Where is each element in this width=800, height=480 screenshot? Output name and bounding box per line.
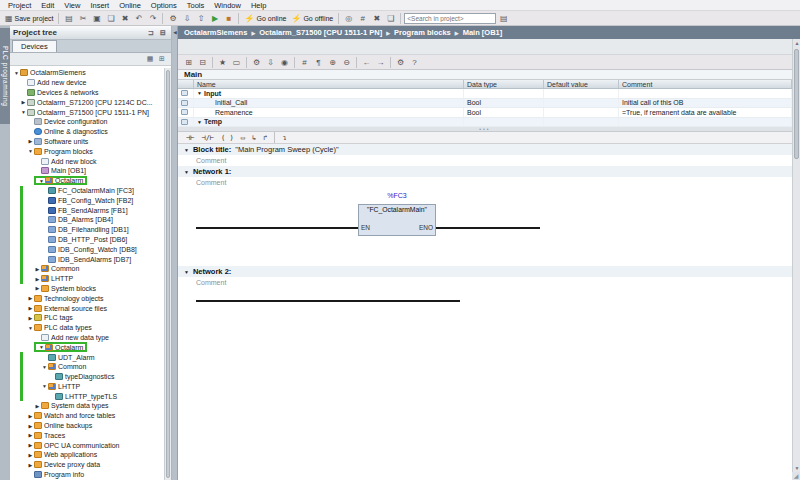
tree-item-add-new-data-type[interactable]: Add new data type xyxy=(10,333,171,343)
expander-icon[interactable]: ▼ xyxy=(13,70,20,76)
network-comments-icon[interactable]: ¶ xyxy=(312,56,325,68)
tab-devices[interactable]: Devices xyxy=(12,40,57,52)
block-title-row[interactable]: ▼ Block title: "Main Program Sweep (Cycl… xyxy=(178,144,792,155)
empty-box-icon[interactable]: ▭ xyxy=(239,134,247,142)
expander-icon[interactable]: ▼ xyxy=(41,383,48,389)
section-expander-icon[interactable]: ▼ xyxy=(197,90,202,96)
details-view-icon[interactable]: ▦ xyxy=(145,55,155,63)
coil-icon[interactable]: ( ) xyxy=(219,134,236,142)
search-input[interactable] xyxy=(404,13,496,24)
menu-project[interactable]: Project xyxy=(3,1,36,10)
tree-item-db-filehandling-db1[interactable]: DB_Filehandling [DB1] xyxy=(10,225,171,235)
expander-icon[interactable]: ▶ xyxy=(34,276,41,282)
tree-item-program-blocks[interactable]: ▼Program blocks xyxy=(10,146,171,156)
settings-icon[interactable]: ⚙ xyxy=(394,56,407,68)
expander-icon[interactable]: ▶ xyxy=(34,285,41,291)
tree-scrollbar[interactable] xyxy=(164,68,171,480)
split-window-button[interactable]: ❏ xyxy=(384,12,397,24)
tree-item-devices-networks[interactable]: Devices & networks xyxy=(10,88,171,98)
open-branch-icon[interactable]: ↳ xyxy=(250,134,258,142)
collapse-networks-icon[interactable]: ⊖ xyxy=(340,56,353,68)
compile-button[interactable]: ⚙ xyxy=(166,12,179,24)
expander-icon[interactable]: ▶ xyxy=(27,432,34,438)
tree-item-lhttp[interactable]: ▶LHTTP xyxy=(10,274,171,284)
insert-network-icon[interactable]: ⊞ xyxy=(182,56,195,68)
next-icon[interactable]: → xyxy=(374,56,387,68)
tree-item-idb-config-watch-db8[interactable]: IDB_Config_Watch [DB8] xyxy=(10,244,171,254)
download-block-icon[interactable]: ⇩ xyxy=(264,56,277,68)
online-diagnostics-button[interactable]: ◎ xyxy=(342,12,355,24)
expander-icon[interactable]: ▶ xyxy=(27,452,34,458)
assistant-button[interactable]: ▤ xyxy=(497,12,510,24)
network-1-header[interactable]: ▼ Network 1: xyxy=(178,166,792,177)
expander-icon[interactable]: ▶ xyxy=(27,423,34,429)
editor-scrollbar[interactable]: ▲ ▼ xyxy=(792,39,800,480)
block-comment[interactable]: Comment xyxy=(178,155,792,166)
expander-icon[interactable]: ▶ xyxy=(27,442,34,448)
network-2-comment[interactable]: Comment xyxy=(178,277,792,288)
absolute-operands-icon[interactable]: # xyxy=(298,56,311,68)
paste-button[interactable]: ❏ xyxy=(104,12,117,24)
tree-item-plc-tags[interactable]: ▶PLC tags xyxy=(10,313,171,323)
auto-collapse-icon[interactable]: ⊐ xyxy=(146,29,156,37)
tree-item-octalarmsiemens[interactable]: ▼OctalarmSiemens xyxy=(10,68,171,78)
network-1-comment[interactable]: Comment xyxy=(178,177,792,188)
remove-button[interactable]: ✖ xyxy=(370,12,383,24)
tree-item-common[interactable]: ▶Common xyxy=(10,264,171,274)
empty-box-tool-icon[interactable]: ▭ xyxy=(230,56,243,68)
network-2-expander-icon[interactable]: ▼ xyxy=(184,269,189,275)
tree-item-online-backups[interactable]: ▶Online backups xyxy=(10,421,171,431)
tree-item-system-data-types[interactable]: ▶System data types xyxy=(10,401,171,411)
tree-item-technology-objects[interactable]: ▶Technology objects xyxy=(10,293,171,303)
tree-item-system-blocks[interactable]: ▶System blocks xyxy=(10,284,171,294)
table-row-input[interactable]: ▼Input xyxy=(178,89,792,99)
print-button[interactable]: ▤ xyxy=(62,12,75,24)
tree-item-idb-sendalarms-db7[interactable]: IDB_SendAlarms [DB7] xyxy=(10,254,171,264)
tree-item-octalarm[interactable]: ▼Octalarm xyxy=(10,176,171,186)
expander-icon[interactable]: ▶ xyxy=(27,295,34,301)
delete-button[interactable]: ✖ xyxy=(118,12,131,24)
cut-button[interactable]: ✂ xyxy=(76,12,89,24)
delete-network-icon[interactable]: ⊟ xyxy=(196,56,209,68)
previous-icon[interactable]: ← xyxy=(360,56,373,68)
fc-call-block[interactable]: "FC_OctalarmMain" EN ENO xyxy=(358,204,436,236)
expander-icon[interactable]: ▶ xyxy=(27,305,34,311)
tree-item-fb-sendalarms-fb1[interactable]: FB_SendAlarms [FB1] xyxy=(10,205,171,215)
nc-contact-icon[interactable]: ⊣/⊢ xyxy=(199,134,216,142)
expander-icon[interactable]: ▼ xyxy=(27,325,34,331)
close-branch-icon[interactable]: ↱ xyxy=(261,134,269,142)
expander-icon[interactable]: ▼ xyxy=(38,344,45,350)
expander-icon[interactable]: ▶ xyxy=(27,138,34,144)
tree-item-fb-config-watch-fb2[interactable]: FB_Config_Watch [FB2] xyxy=(10,195,171,205)
expander-icon[interactable]: ▶ xyxy=(20,99,27,105)
compile-block-icon[interactable]: ⚙ xyxy=(250,56,263,68)
tree-item-plc-data-types[interactable]: ▼PLC data types xyxy=(10,323,171,333)
download-button[interactable]: ⇩ xyxy=(180,12,193,24)
menu-window[interactable]: Window xyxy=(209,1,246,10)
tree-item-lhttp-typetls[interactable]: LHTTP_typeTLS xyxy=(10,391,171,401)
table-row-remanence[interactable]: RemanenceBool=True, if remanent data are… xyxy=(178,108,792,118)
tree-item-online-diagnostics[interactable]: Online & diagnostics xyxy=(10,127,171,137)
tree-item-opc-ua-communication[interactable]: ▶OPC UA communication xyxy=(10,440,171,450)
tree-item-common[interactable]: ▼Common xyxy=(10,362,171,372)
tree-item-lhttp[interactable]: ▼LHTTP xyxy=(10,382,171,392)
upload-button[interactable]: ⇧ xyxy=(194,12,207,24)
tree-item-device-proxy-data[interactable]: ▶Device proxy data xyxy=(10,460,171,470)
menu-insert[interactable]: Insert xyxy=(85,1,114,10)
tree-settings-icon[interactable]: ⊞ xyxy=(157,55,167,63)
network-2-header[interactable]: ▼ Network 2: xyxy=(178,266,792,277)
tree-item-octalarm-s71200-cpu-1214c-dc[interactable]: ▶Octalarm_S71200 [CPU 1214C DC... xyxy=(10,97,171,107)
tree-scrollbar-thumb[interactable] xyxy=(166,70,170,478)
scroll-down-icon[interactable]: ▼ xyxy=(793,465,800,471)
expander-icon[interactable]: ▼ xyxy=(41,364,48,370)
column-header-name[interactable]: Name xyxy=(194,80,464,88)
tree-item-add-new-block[interactable]: Add new block xyxy=(10,156,171,166)
expander-icon[interactable]: ▶ xyxy=(27,462,34,468)
menu-online[interactable]: Online xyxy=(114,1,146,10)
tree-item-fc-octalarmmain-fc3[interactable]: FC_OctalarmMain [FC3] xyxy=(10,186,171,196)
undo-button[interactable]: ↶ xyxy=(132,12,145,24)
tree-item-typediagnostics[interactable]: typeDiagnostics xyxy=(10,372,171,382)
breadcrumb-item-main-ob1[interactable]: Main [OB1] xyxy=(463,28,503,37)
tree-item-db-http-post-db6[interactable]: DB_HTTP_Post [DB6] xyxy=(10,235,171,245)
expander-icon[interactable]: ▼ xyxy=(27,148,34,154)
